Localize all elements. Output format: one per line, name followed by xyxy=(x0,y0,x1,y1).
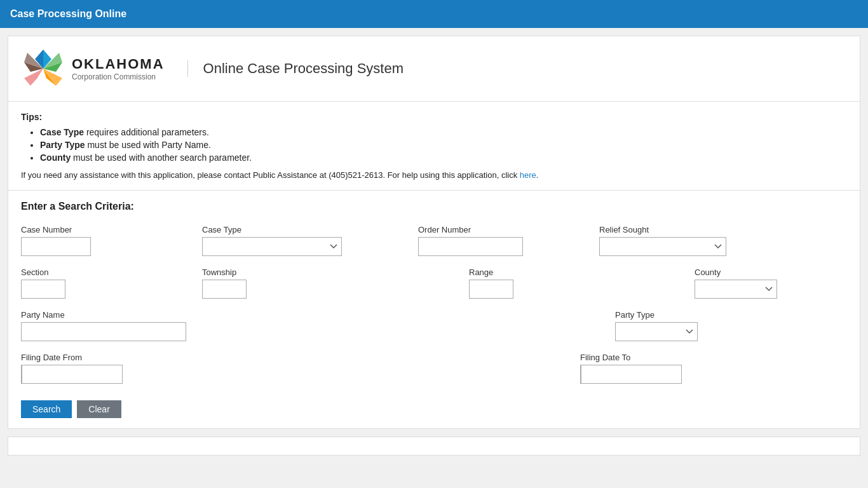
logo-title: OKLAHOMA xyxy=(72,56,165,72)
field-order-number: Order Number xyxy=(418,225,523,256)
section-label: Section xyxy=(21,268,126,277)
tips-heading: Tips: xyxy=(21,112,847,122)
form-row-4: Filing Date From 📅 Filing Date To 📅 xyxy=(21,353,847,384)
contact-line: If you need any assistance with this app… xyxy=(21,170,847,180)
section-input[interactable] xyxy=(21,280,65,299)
contact-end: . xyxy=(536,170,539,180)
tip-2: Party Type must be used with Party Name. xyxy=(40,140,847,150)
township-label: Township xyxy=(202,268,342,277)
contact-link[interactable]: here xyxy=(520,170,536,180)
case-number-input[interactable] xyxy=(21,237,91,256)
party-name-label: Party Name xyxy=(21,310,339,320)
clear-button[interactable]: Clear xyxy=(77,400,121,418)
field-range: Range xyxy=(469,268,574,299)
field-case-number: Case Number xyxy=(21,225,126,256)
county-select[interactable] xyxy=(695,280,777,299)
filing-date-to-input[interactable] xyxy=(581,365,682,384)
case-type-select[interactable] xyxy=(202,237,342,256)
main-wrapper: OKLAHOMA Corporation Commission Online C… xyxy=(8,36,860,429)
tips-section: Tips: Case Type requires additional para… xyxy=(8,102,860,191)
search-heading: Enter a Search Criteria: xyxy=(21,201,847,212)
field-party-name: Party Name xyxy=(21,310,339,341)
filing-date-from-wrapper: 📅 xyxy=(21,365,123,384)
form-row-3: Party Name Party Type xyxy=(21,310,847,341)
logo-subtitle: Corporation Commission xyxy=(72,72,165,81)
township-input[interactable] xyxy=(202,280,247,299)
filing-date-to-wrapper: 📅 xyxy=(580,365,682,384)
form-grid: Case Number Case Type Order Number Relie… xyxy=(21,225,847,418)
field-case-type: Case Type xyxy=(202,225,342,256)
field-township: Township xyxy=(202,268,342,299)
form-row-2: Section Township Range County xyxy=(21,268,847,299)
top-bar: Case Processing Online xyxy=(0,0,868,28)
field-filing-date-to: Filing Date To 📅 xyxy=(580,353,720,384)
case-type-label: Case Type xyxy=(202,225,342,234)
field-party-type: Party Type xyxy=(615,310,720,341)
party-name-input[interactable] xyxy=(21,322,186,341)
field-filing-date-from: Filing Date From 📅 xyxy=(21,353,339,384)
field-county: County xyxy=(695,268,834,299)
svg-marker-7 xyxy=(24,69,43,86)
filing-date-from-label: Filing Date From xyxy=(21,353,339,362)
oklahoma-logo-icon xyxy=(21,46,65,91)
order-number-label: Order Number xyxy=(418,225,523,234)
order-number-input[interactable] xyxy=(418,237,523,256)
system-title: Online Case Processing System xyxy=(187,60,403,77)
range-input[interactable] xyxy=(469,280,513,299)
filing-date-from-input[interactable] xyxy=(22,365,123,384)
bottom-bar xyxy=(8,437,860,456)
party-type-select[interactable] xyxy=(615,322,698,341)
logo-area: OKLAHOMA Corporation Commission xyxy=(21,46,165,91)
field-relief-sought: Relief Sought xyxy=(599,225,739,256)
logo-text-area: OKLAHOMA Corporation Commission xyxy=(72,56,165,81)
form-row-1: Case Number Case Type Order Number Relie… xyxy=(21,225,847,256)
search-section: Enter a Search Criteria: Case Number Cas… xyxy=(8,191,860,428)
party-type-label: Party Type xyxy=(615,310,720,320)
case-number-label: Case Number xyxy=(21,225,126,234)
tip-3: County must be used with another search … xyxy=(40,152,847,163)
tip-1: Case Type requires additional parameters… xyxy=(40,127,847,137)
search-button[interactable]: Search xyxy=(21,400,72,418)
tips-list: Case Type requires additional parameters… xyxy=(21,127,847,163)
relief-sought-select[interactable] xyxy=(599,237,726,256)
header-section: OKLAHOMA Corporation Commission Online C… xyxy=(8,36,860,102)
range-label: Range xyxy=(469,268,574,277)
top-bar-title: Case Processing Online xyxy=(10,8,126,20)
county-label: County xyxy=(695,268,834,277)
relief-sought-label: Relief Sought xyxy=(599,225,739,234)
filing-date-to-label: Filing Date To xyxy=(580,353,720,362)
field-section: Section xyxy=(21,268,126,299)
contact-text: If you need any assistance with this app… xyxy=(21,170,520,180)
button-row: Search Clear xyxy=(21,400,847,418)
